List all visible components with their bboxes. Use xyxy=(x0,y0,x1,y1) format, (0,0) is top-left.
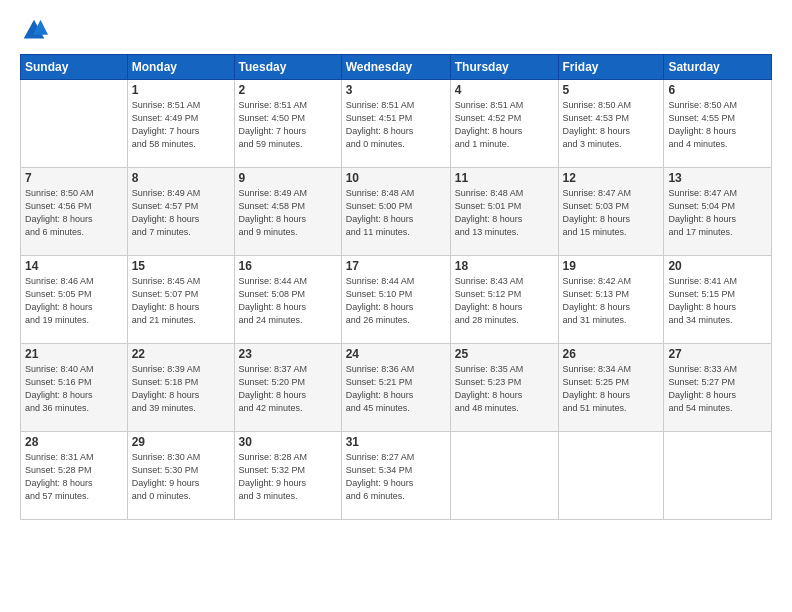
calendar-cell: 13Sunrise: 8:47 AMSunset: 5:04 PMDayligh… xyxy=(664,168,772,256)
calendar-cell: 16Sunrise: 8:44 AMSunset: 5:08 PMDayligh… xyxy=(234,256,341,344)
weekday-header-row: SundayMondayTuesdayWednesdayThursdayFrid… xyxy=(21,55,772,80)
calendar: SundayMondayTuesdayWednesdayThursdayFrid… xyxy=(20,54,772,520)
calendar-cell xyxy=(21,80,128,168)
day-number: 1 xyxy=(132,83,230,97)
day-info: Sunrise: 8:44 AMSunset: 5:08 PMDaylight:… xyxy=(239,275,337,327)
day-number: 19 xyxy=(563,259,660,273)
weekday-header: Tuesday xyxy=(234,55,341,80)
day-info: Sunrise: 8:34 AMSunset: 5:25 PMDaylight:… xyxy=(563,363,660,415)
calendar-cell: 28Sunrise: 8:31 AMSunset: 5:28 PMDayligh… xyxy=(21,432,128,520)
day-number: 30 xyxy=(239,435,337,449)
day-info: Sunrise: 8:48 AMSunset: 5:01 PMDaylight:… xyxy=(455,187,554,239)
day-number: 18 xyxy=(455,259,554,273)
day-info: Sunrise: 8:50 AMSunset: 4:53 PMDaylight:… xyxy=(563,99,660,151)
calendar-cell: 23Sunrise: 8:37 AMSunset: 5:20 PMDayligh… xyxy=(234,344,341,432)
day-info: Sunrise: 8:43 AMSunset: 5:12 PMDaylight:… xyxy=(455,275,554,327)
day-info: Sunrise: 8:37 AMSunset: 5:20 PMDaylight:… xyxy=(239,363,337,415)
day-number: 10 xyxy=(346,171,446,185)
day-info: Sunrise: 8:48 AMSunset: 5:00 PMDaylight:… xyxy=(346,187,446,239)
day-info: Sunrise: 8:39 AMSunset: 5:18 PMDaylight:… xyxy=(132,363,230,415)
calendar-cell: 25Sunrise: 8:35 AMSunset: 5:23 PMDayligh… xyxy=(450,344,558,432)
calendar-cell: 1Sunrise: 8:51 AMSunset: 4:49 PMDaylight… xyxy=(127,80,234,168)
calendar-cell xyxy=(558,432,664,520)
weekday-header: Thursday xyxy=(450,55,558,80)
weekday-header: Saturday xyxy=(664,55,772,80)
calendar-cell: 24Sunrise: 8:36 AMSunset: 5:21 PMDayligh… xyxy=(341,344,450,432)
calendar-cell: 20Sunrise: 8:41 AMSunset: 5:15 PMDayligh… xyxy=(664,256,772,344)
calendar-cell: 30Sunrise: 8:28 AMSunset: 5:32 PMDayligh… xyxy=(234,432,341,520)
calendar-cell: 21Sunrise: 8:40 AMSunset: 5:16 PMDayligh… xyxy=(21,344,128,432)
day-number: 23 xyxy=(239,347,337,361)
day-number: 29 xyxy=(132,435,230,449)
day-info: Sunrise: 8:51 AMSunset: 4:51 PMDaylight:… xyxy=(346,99,446,151)
calendar-cell: 5Sunrise: 8:50 AMSunset: 4:53 PMDaylight… xyxy=(558,80,664,168)
header xyxy=(20,16,772,44)
day-info: Sunrise: 8:50 AMSunset: 4:55 PMDaylight:… xyxy=(668,99,767,151)
day-info: Sunrise: 8:46 AMSunset: 5:05 PMDaylight:… xyxy=(25,275,123,327)
calendar-cell: 11Sunrise: 8:48 AMSunset: 5:01 PMDayligh… xyxy=(450,168,558,256)
day-number: 2 xyxy=(239,83,337,97)
calendar-cell: 19Sunrise: 8:42 AMSunset: 5:13 PMDayligh… xyxy=(558,256,664,344)
day-info: Sunrise: 8:51 AMSunset: 4:50 PMDaylight:… xyxy=(239,99,337,151)
day-number: 16 xyxy=(239,259,337,273)
day-info: Sunrise: 8:27 AMSunset: 5:34 PMDaylight:… xyxy=(346,451,446,503)
day-number: 24 xyxy=(346,347,446,361)
calendar-cell: 2Sunrise: 8:51 AMSunset: 4:50 PMDaylight… xyxy=(234,80,341,168)
weekday-header: Sunday xyxy=(21,55,128,80)
calendar-cell: 22Sunrise: 8:39 AMSunset: 5:18 PMDayligh… xyxy=(127,344,234,432)
calendar-cell: 9Sunrise: 8:49 AMSunset: 4:58 PMDaylight… xyxy=(234,168,341,256)
day-info: Sunrise: 8:50 AMSunset: 4:56 PMDaylight:… xyxy=(25,187,123,239)
day-number: 13 xyxy=(668,171,767,185)
logo xyxy=(20,16,52,44)
day-info: Sunrise: 8:31 AMSunset: 5:28 PMDaylight:… xyxy=(25,451,123,503)
day-info: Sunrise: 8:51 AMSunset: 4:52 PMDaylight:… xyxy=(455,99,554,151)
day-number: 22 xyxy=(132,347,230,361)
calendar-week-row: 21Sunrise: 8:40 AMSunset: 5:16 PMDayligh… xyxy=(21,344,772,432)
day-info: Sunrise: 8:35 AMSunset: 5:23 PMDaylight:… xyxy=(455,363,554,415)
calendar-cell: 10Sunrise: 8:48 AMSunset: 5:00 PMDayligh… xyxy=(341,168,450,256)
calendar-cell: 12Sunrise: 8:47 AMSunset: 5:03 PMDayligh… xyxy=(558,168,664,256)
day-info: Sunrise: 8:51 AMSunset: 4:49 PMDaylight:… xyxy=(132,99,230,151)
day-info: Sunrise: 8:33 AMSunset: 5:27 PMDaylight:… xyxy=(668,363,767,415)
day-number: 4 xyxy=(455,83,554,97)
weekday-header: Friday xyxy=(558,55,664,80)
day-number: 3 xyxy=(346,83,446,97)
calendar-cell: 17Sunrise: 8:44 AMSunset: 5:10 PMDayligh… xyxy=(341,256,450,344)
day-info: Sunrise: 8:30 AMSunset: 5:30 PMDaylight:… xyxy=(132,451,230,503)
day-info: Sunrise: 8:28 AMSunset: 5:32 PMDaylight:… xyxy=(239,451,337,503)
day-number: 9 xyxy=(239,171,337,185)
day-info: Sunrise: 8:44 AMSunset: 5:10 PMDaylight:… xyxy=(346,275,446,327)
calendar-week-row: 7Sunrise: 8:50 AMSunset: 4:56 PMDaylight… xyxy=(21,168,772,256)
calendar-cell: 4Sunrise: 8:51 AMSunset: 4:52 PMDaylight… xyxy=(450,80,558,168)
calendar-week-row: 14Sunrise: 8:46 AMSunset: 5:05 PMDayligh… xyxy=(21,256,772,344)
calendar-cell: 15Sunrise: 8:45 AMSunset: 5:07 PMDayligh… xyxy=(127,256,234,344)
day-number: 28 xyxy=(25,435,123,449)
day-info: Sunrise: 8:45 AMSunset: 5:07 PMDaylight:… xyxy=(132,275,230,327)
day-number: 14 xyxy=(25,259,123,273)
day-number: 25 xyxy=(455,347,554,361)
calendar-cell: 18Sunrise: 8:43 AMSunset: 5:12 PMDayligh… xyxy=(450,256,558,344)
day-number: 26 xyxy=(563,347,660,361)
day-info: Sunrise: 8:47 AMSunset: 5:04 PMDaylight:… xyxy=(668,187,767,239)
calendar-cell: 31Sunrise: 8:27 AMSunset: 5:34 PMDayligh… xyxy=(341,432,450,520)
day-number: 21 xyxy=(25,347,123,361)
calendar-cell xyxy=(450,432,558,520)
day-number: 17 xyxy=(346,259,446,273)
day-number: 27 xyxy=(668,347,767,361)
day-number: 6 xyxy=(668,83,767,97)
logo-icon xyxy=(20,16,48,44)
day-number: 15 xyxy=(132,259,230,273)
calendar-cell: 14Sunrise: 8:46 AMSunset: 5:05 PMDayligh… xyxy=(21,256,128,344)
calendar-cell: 8Sunrise: 8:49 AMSunset: 4:57 PMDaylight… xyxy=(127,168,234,256)
day-info: Sunrise: 8:47 AMSunset: 5:03 PMDaylight:… xyxy=(563,187,660,239)
day-number: 12 xyxy=(563,171,660,185)
calendar-cell xyxy=(664,432,772,520)
day-number: 31 xyxy=(346,435,446,449)
day-number: 7 xyxy=(25,171,123,185)
calendar-cell: 29Sunrise: 8:30 AMSunset: 5:30 PMDayligh… xyxy=(127,432,234,520)
calendar-week-row: 28Sunrise: 8:31 AMSunset: 5:28 PMDayligh… xyxy=(21,432,772,520)
day-info: Sunrise: 8:41 AMSunset: 5:15 PMDaylight:… xyxy=(668,275,767,327)
day-info: Sunrise: 8:42 AMSunset: 5:13 PMDaylight:… xyxy=(563,275,660,327)
day-number: 20 xyxy=(668,259,767,273)
calendar-cell: 6Sunrise: 8:50 AMSunset: 4:55 PMDaylight… xyxy=(664,80,772,168)
